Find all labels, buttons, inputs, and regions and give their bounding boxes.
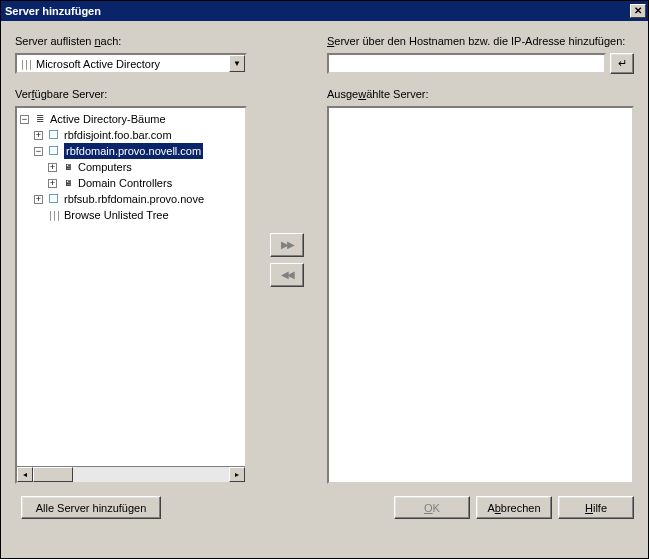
scroll-thumb[interactable] [33,467,73,482]
selected-servers-label: Ausgewählte Server: [327,88,634,100]
computers-icon [61,159,75,175]
controllers-icon [61,175,75,191]
expand-icon[interactable]: + [48,179,57,188]
expand-icon[interactable]: + [48,163,57,172]
horizontal-scrollbar[interactable]: ◂ ▸ [17,466,245,482]
domain-icon [47,127,61,143]
tree-node[interactable]: Browse Unlisted Tree [20,207,242,223]
available-servers-tree[interactable]: − Active Directory-Bäume + rbfdisjoint.f… [15,106,247,484]
tree-node[interactable]: + Computers [20,159,242,175]
directory-icon [33,111,47,127]
domain-icon [47,143,61,159]
help-button[interactable]: Hilfe [558,496,634,519]
hostname-input[interactable] [327,53,606,74]
domain-icon [47,191,61,207]
network-icon [47,207,61,224]
available-servers-label: Verfügbare Server: [15,88,247,100]
window-title: Server hinzufügen [5,5,630,17]
close-button[interactable]: ✕ [630,4,646,18]
dialog-window: Server hinzufügen ✕ Server auflisten nac… [0,0,649,559]
transfer-buttons: ▶▶ ◀◀ [267,35,307,484]
hostname-label: Server über den Hostnamen bzw. die IP-Ad… [327,35,634,47]
titlebar: Server hinzufügen ✕ [1,1,648,21]
collapse-icon[interactable]: − [20,115,29,124]
cancel-button[interactable]: Abbrechen [476,496,552,519]
network-icon [20,59,32,69]
scroll-right-icon[interactable]: ▸ [229,467,245,482]
collapse-icon[interactable]: − [34,147,43,156]
add-all-button[interactable]: Alle Server hinzufügen [21,496,161,519]
scroll-left-icon[interactable]: ◂ [17,467,33,482]
list-by-label: Server auflisten nach: [15,35,247,47]
tree-node[interactable]: + rbfsub.rbfdomain.provo.nove [20,191,242,207]
ok-button[interactable]: OK [394,496,470,519]
tree-node[interactable]: + rbfdisjoint.foo.bar.com [20,127,242,143]
selected-servers-list[interactable] [327,106,634,484]
dropdown-arrow-icon[interactable]: ▼ [229,55,245,72]
dialog-buttons: Alle Server hinzufügen OK Abbrechen Hilf… [15,496,634,519]
tree-node[interactable]: + Domain Controllers [20,175,242,191]
expand-icon[interactable]: + [34,131,43,140]
add-button[interactable]: ▶▶ [270,233,304,257]
tree-node-selected[interactable]: − rbfdomain.provo.novell.com [20,143,242,159]
hostname-submit-button[interactable]: ↵ [610,53,634,74]
remove-button[interactable]: ◀◀ [270,263,304,287]
tree-root[interactable]: − Active Directory-Bäume [20,111,242,127]
expand-icon[interactable]: + [34,195,43,204]
directory-type-dropdown[interactable]: Microsoft Active Directory ▼ [15,53,247,74]
dropdown-text: Microsoft Active Directory [36,58,229,70]
